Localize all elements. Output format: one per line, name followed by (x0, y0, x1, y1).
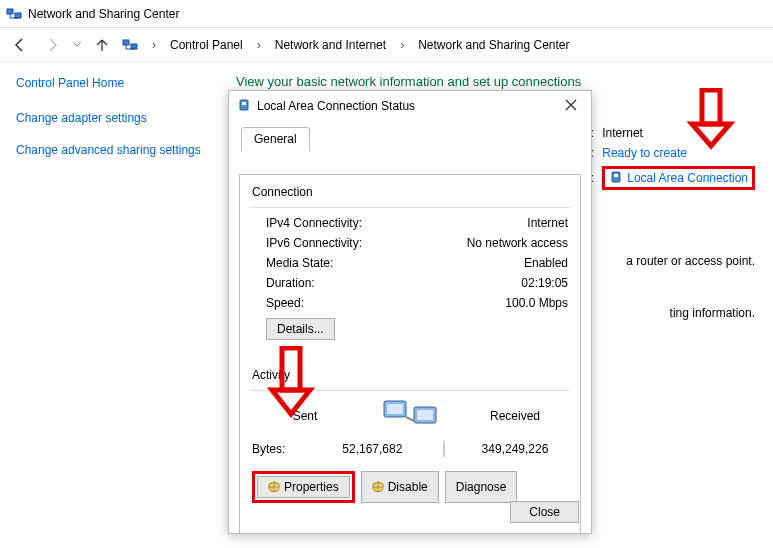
change-adapter-link[interactable]: Change adapter settings (16, 110, 204, 126)
svg-rect-0 (7, 9, 13, 14)
change-sharing-link[interactable]: Change advanced sharing settings (16, 142, 204, 158)
nav-up-button[interactable] (90, 33, 114, 57)
connection-link-highlight: Local Area Connection (602, 166, 755, 190)
homegroup-link[interactable]: Ready to create (602, 146, 687, 160)
hint-text-2: ting information. (670, 306, 755, 320)
ethernet-icon (237, 99, 251, 113)
bytes-received-value: 349,249,226 (462, 442, 568, 456)
chevron-right-icon[interactable]: › (400, 38, 404, 52)
access-type-value: Internet (602, 126, 643, 140)
svg-rect-18 (282, 348, 300, 390)
annotation-arrow-connection (686, 88, 736, 150)
diagnose-button[interactable]: Diagnose (445, 471, 518, 503)
connection-rows: IPv4 Connectivity:Internet IPv6 Connecti… (266, 216, 568, 310)
sidebar: Control Panel Home Change adapter settin… (0, 62, 220, 548)
media-state-value: Enabled (524, 256, 568, 270)
crumb-control-panel[interactable]: Control Panel (170, 38, 243, 52)
duration-value: 02:19:05 (521, 276, 568, 290)
chevron-right-icon[interactable]: › (257, 38, 261, 52)
nav-toolbar: › Control Panel › Network and Internet ›… (0, 28, 773, 62)
activity-bytes-row: Bytes: 52,167,682 349,249,226 (252, 441, 568, 457)
dialog-titlebar: Local Area Connection Status (229, 91, 591, 121)
speed-value: 100.0 Mbps (505, 296, 568, 310)
details-button[interactable]: Details... (266, 318, 335, 340)
connection-link[interactable]: Local Area Connection (627, 171, 748, 185)
hint-text-1: a router or access point. (626, 254, 755, 268)
window-titlebar: Network and Sharing Center (0, 0, 773, 28)
properties-button-label: Properties (284, 480, 339, 494)
dialog-body: General Connection IPv4 Connectivity:Int… (229, 121, 591, 544)
duration-label: Duration: (266, 276, 315, 290)
crumb-network-internet[interactable]: Network and Internet (275, 38, 386, 52)
svg-rect-10 (702, 90, 720, 124)
svg-rect-13 (242, 102, 246, 105)
close-button[interactable]: Close (510, 501, 579, 523)
network-center-icon (6, 6, 22, 22)
svg-rect-5 (131, 44, 137, 49)
ethernet-icon (609, 171, 623, 185)
svg-marker-19 (272, 390, 310, 414)
window-title: Network and Sharing Center (28, 7, 179, 21)
media-state-label: Media State: (266, 256, 333, 270)
tab-general[interactable]: General (241, 127, 310, 151)
properties-highlight: Properties (252, 471, 355, 503)
connection-group-label: Connection (252, 185, 568, 199)
annotation-arrow-properties (266, 346, 316, 418)
chevron-right-icon[interactable]: › (152, 38, 156, 52)
ipv6-value: No network access (467, 236, 568, 250)
shield-icon (268, 481, 280, 493)
shield-icon (372, 481, 384, 493)
dialog-title: Local Area Connection Status (257, 99, 415, 113)
bytes-sent-value: 52,167,682 (319, 442, 425, 456)
svg-rect-9 (614, 174, 618, 177)
nav-recent-caret[interactable] (72, 38, 82, 52)
svg-marker-11 (692, 124, 730, 146)
disable-button[interactable]: Disable (361, 471, 439, 503)
address-icon (122, 37, 138, 53)
activity-computers-icon (380, 399, 440, 433)
speed-label: Speed: (266, 296, 304, 310)
svg-rect-4 (123, 40, 129, 45)
received-label: Received (462, 409, 568, 423)
svg-rect-15 (387, 404, 403, 414)
dialog-button-row: Properties Disable Diagnose (252, 471, 568, 503)
svg-rect-17 (417, 410, 433, 420)
dialog-close-button[interactable] (559, 96, 583, 116)
properties-button[interactable]: Properties (257, 476, 350, 498)
bytes-label: Bytes: (252, 442, 302, 456)
ipv4-label: IPv4 Connectivity: (266, 216, 362, 230)
svg-rect-1 (15, 13, 21, 18)
disable-button-label: Disable (388, 480, 428, 494)
nav-forward-button[interactable] (40, 33, 64, 57)
ipv6-label: IPv6 Connectivity: (266, 236, 362, 250)
crumb-network-sharing[interactable]: Network and Sharing Center (418, 38, 569, 52)
connection-status-dialog: Local Area Connection Status General Con… (228, 90, 592, 534)
page-heading: View your basic network information and … (236, 74, 757, 89)
nav-back-button[interactable] (8, 33, 32, 57)
control-panel-home-link[interactable]: Control Panel Home (16, 76, 204, 90)
ipv4-value: Internet (527, 216, 568, 230)
